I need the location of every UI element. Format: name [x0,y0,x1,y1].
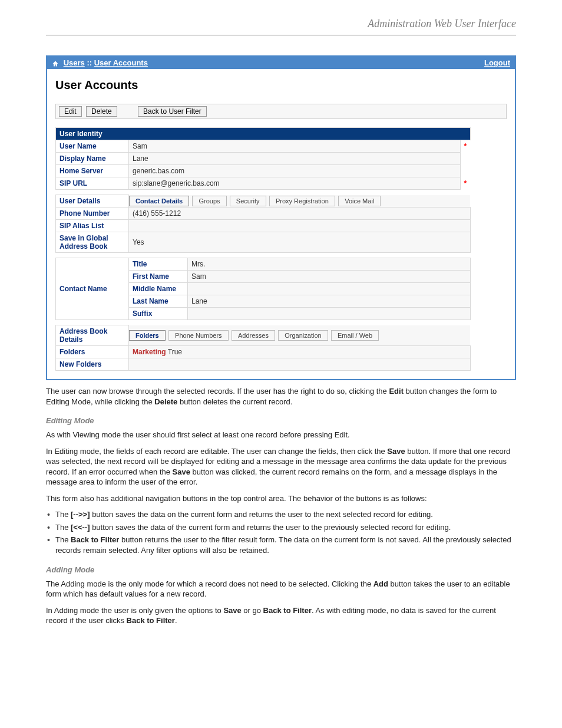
subhead-editing-mode: Editing Mode [46,416,516,425]
label-title: Title [129,258,188,271]
body-paragraph: In Editing mode, the fields of each reco… [46,446,516,487]
body-paragraph: The Adding mode is the only mode for whi… [46,579,516,599]
value-first-name[interactable]: Sam [188,271,471,283]
label-first-name: First Name [129,271,188,283]
toolbar: Edit Delete Back to User Filter [55,104,507,119]
required-mark: * [464,179,467,187]
value-last-name[interactable]: Lane [188,295,471,308]
user-identity-table: User Identity User Name Sam * Display Na… [55,127,471,371]
body-paragraph: This form also has additional navigation… [46,493,516,504]
back-to-filter-button[interactable]: Back to User Filter [138,106,207,117]
tab-addresses[interactable]: Addresses [232,330,275,341]
bullet-list: The [-->>] button saves the data on the … [46,509,516,555]
tab-phone-numbers[interactable]: Phone Numbers [168,330,229,341]
marketing-value: True [166,348,182,356]
marketing-label: Marketing [133,348,166,356]
edit-button[interactable]: Edit [59,106,82,117]
value-username[interactable]: Sam [129,140,461,153]
value-middle-name[interactable] [188,283,471,295]
value-phone[interactable]: (416) 555-1212 [129,207,471,220]
tab-voice-mail[interactable]: Voice Mail [338,196,381,206]
logout-link[interactable]: Logout [484,58,510,67]
label-userdetails: User Details [56,195,129,207]
value-displayname[interactable]: Lane [129,153,461,165]
label-save-global: Save in Global Address Book [56,232,129,253]
breadcrumb-bar: Users :: User Accounts Logout [47,57,515,69]
value-save-global[interactable]: Yes [129,232,471,253]
value-folders[interactable]: Marketing True [129,346,471,358]
breadcrumb-users-link[interactable]: Users [64,58,85,67]
label-address-book-details: Address Book Details [56,325,129,346]
label-contact-name: Contact Name [56,258,129,320]
body-paragraph: In Adding mode the user is only given th… [46,605,516,626]
label-phone: Phone Number [56,207,129,220]
body-paragraph: As with Viewing mode the user should fir… [46,430,516,440]
value-sipurl[interactable]: sip:slane@generic.bas.com [129,177,461,190]
page-header-title: Administration Web User Interface [46,18,516,30]
tab-email-web[interactable]: Email / Web [331,330,379,341]
required-mark: * [464,142,467,150]
value-sip-alias[interactable] [129,220,471,232]
tab-contact-details[interactable]: Contact Details [129,196,189,206]
header-rule [46,35,516,35]
list-item: The [-->>] button saves the data on the … [46,509,516,520]
body-paragraph: The user can now browse through the sele… [46,386,516,407]
label-last-name: Last Name [129,295,188,308]
tab-organization[interactable]: Organization [278,330,328,341]
label-folders: Folders [56,346,129,358]
delete-button[interactable]: Delete [86,106,117,117]
ui-screenshot-panel: Users :: User Accounts Logout User Accou… [46,55,516,380]
label-suffix: Suffix [129,308,188,320]
home-icon[interactable] [52,60,59,67]
list-item: The [<<--] button saves the data of the … [46,522,516,533]
breadcrumb-accounts-link[interactable]: User Accounts [94,58,148,67]
section-user-identity: User Identity [56,128,471,140]
label-username: User Name [56,140,129,153]
label-displayname: Display Name [56,153,129,165]
list-item: The Back to Filter button returns the us… [46,535,516,555]
label-new-folders: New Folders [56,358,129,371]
value-title[interactable]: Mrs. [188,258,471,271]
tab-folders[interactable]: Folders [129,330,166,341]
label-homeserver: Home Server [56,165,129,177]
label-middle-name: Middle Name [129,283,188,295]
value-new-folders[interactable] [129,358,471,371]
label-sipurl: SIP URL [56,177,129,190]
tab-groups[interactable]: Groups [192,196,226,206]
page-title: User Accounts [55,78,507,92]
value-homeserver[interactable]: generic.bas.com [129,165,461,177]
label-sip-alias: SIP Alias List [56,220,129,232]
breadcrumb-sep: :: [85,58,94,67]
value-suffix[interactable] [188,308,471,320]
tab-security[interactable]: Security [230,196,266,206]
subhead-adding-mode: Adding Mode [46,565,516,574]
tab-proxy-registration[interactable]: Proxy Registration [269,196,335,206]
